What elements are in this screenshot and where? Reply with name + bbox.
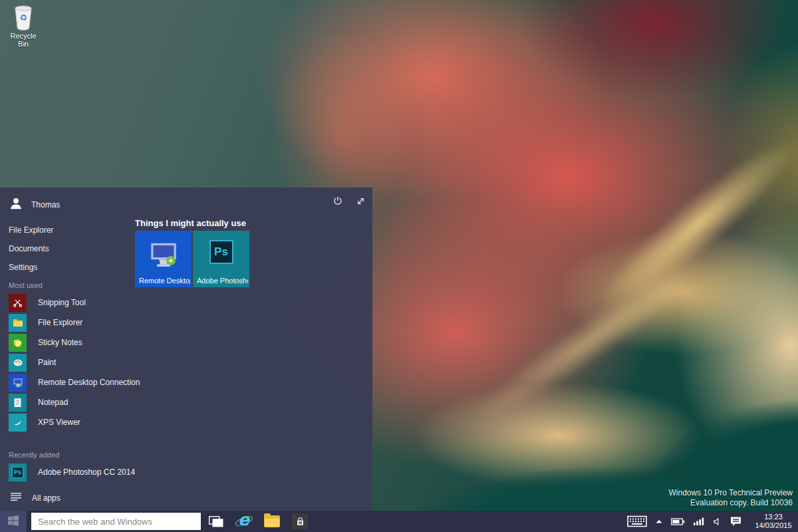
system-tray: 13:23 14/03/2015 — [627, 511, 797, 532]
store-icon — [292, 513, 308, 529]
remote-desktop-icon — [135, 240, 192, 269]
action-center-icon[interactable] — [730, 516, 741, 527]
start-button[interactable] — [0, 511, 27, 532]
app-label: Notepad — [38, 398, 68, 407]
recycle-bin-icon: ♻ — [12, 4, 35, 31]
app-label: Sticky Notes — [38, 338, 82, 347]
app-item-adobe-photoshop[interactable]: Ps Adobe Photoshop CC 2014 — [0, 462, 173, 482]
paint-palette-icon — [9, 354, 27, 372]
all-apps-label: All apps — [32, 493, 61, 503]
app-item-sticky-notes[interactable]: Sticky Notes — [0, 332, 133, 352]
app-item-remote-desktop-connection[interactable]: Remote Desktop Connection — [0, 372, 133, 392]
app-label: Adobe Photoshop CC 2014 — [38, 467, 135, 477]
task-view-button[interactable] — [205, 511, 227, 532]
start-menu: Thomas File Explorer Documents Settings … — [0, 188, 372, 511]
xps-icon — [9, 414, 27, 432]
file-explorer-button[interactable] — [261, 511, 283, 532]
app-label: Snipping Tool — [38, 298, 86, 307]
tile-label: Adobe Photoshop — [197, 277, 248, 285]
folder-icon — [9, 314, 27, 332]
recently-added-header: Recently added — [9, 451, 59, 459]
app-label: Remote Desktop Connection — [38, 378, 140, 387]
windows-logo-icon — [8, 515, 19, 528]
start-quick-nav: File Explorer Documents Settings — [0, 221, 130, 277]
app-label: XPS Viewer — [38, 418, 80, 427]
all-apps-button[interactable]: All apps — [0, 488, 133, 507]
tile-adobe-photoshop[interactable]: Ps Adobe Photoshop — [193, 231, 249, 287]
sticky-notes-icon — [9, 334, 27, 352]
app-item-xps-viewer[interactable]: XPS Viewer — [0, 412, 133, 432]
search-input[interactable] — [31, 513, 201, 530]
user-account-button[interactable]: Thomas — [9, 196, 60, 213]
user-avatar-icon — [9, 196, 23, 213]
volume-icon[interactable] — [713, 517, 722, 526]
notepad-icon — [9, 394, 27, 412]
power-button[interactable] — [331, 194, 345, 208]
app-item-notepad[interactable]: Notepad — [0, 392, 133, 412]
user-name: Thomas — [31, 200, 60, 209]
nav-item-documents[interactable]: Documents — [0, 239, 130, 258]
internet-explorer-button[interactable]: e — [233, 511, 255, 532]
expand-start-menu-button[interactable] — [353, 194, 368, 208]
taskbar-clock[interactable]: 13:23 14/03/2015 — [750, 513, 797, 530]
nav-item-file-explorer[interactable]: File Explorer — [0, 221, 130, 239]
watermark-line-1: Windows 10 Pro Technical Preview — [668, 488, 793, 498]
tile-remote-desktop[interactable]: Remote Desktop — [135, 231, 192, 287]
app-label: File Explorer — [38, 318, 82, 327]
watermark-line-2: Evaluation copy. Build 10036 — [668, 498, 793, 508]
folder-icon — [264, 515, 280, 527]
taskbar: e — [0, 511, 798, 532]
internet-explorer-icon: e — [235, 513, 253, 530]
network-signal-icon[interactable] — [694, 517, 704, 525]
app-label: Paint — [38, 358, 56, 367]
show-hidden-icons-chevron[interactable] — [656, 519, 662, 523]
recycle-symbol-icon: ♻ — [12, 13, 35, 23]
app-item-snipping-tool[interactable]: Snipping Tool — [0, 293, 133, 313]
photoshop-logo: Ps — [209, 240, 233, 264]
photoshop-logo: Ps — [12, 467, 23, 478]
tile-group-header: Things I might actually use — [135, 218, 246, 228]
clock-date: 14/03/2015 — [750, 521, 797, 530]
remote-desktop-icon — [9, 374, 27, 392]
touch-keyboard-icon[interactable] — [627, 515, 647, 527]
recently-added-list: Ps Adobe Photoshop CC 2014 — [0, 462, 173, 482]
nav-item-settings[interactable]: Settings — [0, 258, 130, 277]
battery-icon[interactable] — [671, 518, 685, 525]
app-item-paint[interactable]: Paint — [0, 352, 133, 372]
photoshop-icon: Ps — [9, 464, 27, 481]
build-watermark: Windows 10 Pro Technical Preview Evaluat… — [668, 488, 793, 508]
most-used-list: Snipping Tool File Explorer — [0, 293, 133, 432]
tile-label: Remote Desktop — [139, 277, 190, 285]
most-used-header: Most used — [9, 281, 43, 289]
desktop: ♻ Recycle Bin Windows 10 Pro Technical P… — [0, 0, 798, 532]
list-icon — [10, 492, 22, 503]
photoshop-icon: Ps — [193, 240, 249, 264]
clock-time: 13:23 — [750, 513, 797, 521]
store-button[interactable] — [289, 511, 311, 532]
recycle-bin-shortcut[interactable]: ♻ Recycle Bin — [4, 4, 43, 48]
app-item-file-explorer[interactable]: File Explorer — [0, 313, 133, 332]
scissors-icon — [9, 294, 27, 312]
recycle-bin-label: Recycle Bin — [4, 32, 43, 48]
